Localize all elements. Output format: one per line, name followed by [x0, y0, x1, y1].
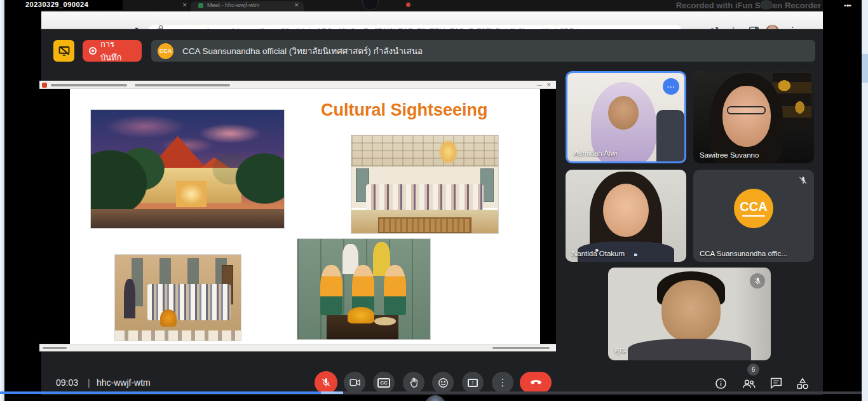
- raise-hand-button[interactable]: [403, 372, 424, 393]
- glasses: [727, 106, 766, 114]
- guide-figure: [124, 279, 135, 318]
- participant-name: คุณ: [614, 344, 626, 356]
- people-icon: [742, 378, 756, 389]
- group-of-people: [366, 184, 484, 210]
- cca-logo-text: CCA: [740, 200, 767, 213]
- recorder-logo-icon: [760, 0, 773, 10]
- photo-traditional-costumes: [297, 238, 431, 340]
- photo-visitors-heritage-room: [114, 254, 241, 341]
- mic-off-icon: [321, 377, 331, 388]
- presenter-banner[interactable]: CCA CCA Suansunandha official (วิทยาลัยน…: [151, 40, 815, 62]
- participants-count-badge: 6: [747, 364, 759, 376]
- chandelier: [435, 135, 462, 168]
- tile-cca-suansunandha[interactable]: CCA CCA Suansunandha offic...: [693, 170, 814, 262]
- chair: [656, 110, 684, 161]
- coffered-ceiling: [351, 135, 498, 167]
- activities-button[interactable]: [794, 375, 811, 391]
- striped-floor: [115, 330, 241, 341]
- participant-name: CCA Suansunandha offic...: [700, 250, 787, 257]
- status-icons-blur: [492, 347, 550, 349]
- recorder-watermark: Recorded with iFun Screen Recorder: [661, 1, 821, 10]
- playback-progress-head[interactable]: [321, 391, 343, 394]
- recording-timestamp: 20230329_090024: [25, 1, 88, 8]
- captions-button[interactable]: CC: [373, 372, 395, 393]
- recording-badge[interactable]: การบันทึก: [83, 40, 142, 62]
- driveway: [91, 209, 284, 228]
- person-face: [608, 96, 639, 130]
- recorder-float-button[interactable]: [362, 0, 379, 10]
- present-screen-button[interactable]: ↑: [462, 372, 484, 393]
- participant-name: Nantida Otakum: [572, 250, 625, 257]
- shared-presentation-window: — ✕ Cultural Sightseeing: [39, 81, 556, 351]
- patterned-carpet: [378, 217, 472, 233]
- presentation-muted-badge[interactable]: [53, 40, 74, 62]
- person-face: [603, 184, 649, 237]
- playback-progress-fill: [0, 391, 321, 394]
- mic-toggle-button[interactable]: [315, 371, 337, 394]
- person-face: [661, 280, 720, 341]
- participant-name: Sawitree Suvanno: [700, 151, 759, 159]
- screen-slash-icon: [58, 46, 70, 56]
- window-minimize-icon[interactable]: —: [537, 82, 542, 88]
- kneeling-performer: [160, 309, 177, 327]
- desktop-edge-accent: [862, 54, 868, 83]
- activities-shapes-icon: [796, 377, 809, 390]
- powerpoint-icon: [42, 83, 47, 88]
- cca-logo: CCA: [734, 189, 773, 228]
- slide: Cultural Sightseeing: [70, 89, 540, 344]
- recording-label: การบันทึก: [100, 37, 135, 64]
- slide-title: Cultural Sightseeing: [321, 100, 512, 120]
- costumed-woman-3: [384, 265, 407, 315]
- chat-button[interactable]: [768, 375, 784, 391]
- chat-icon: [770, 377, 782, 389]
- camera-toggle-button[interactable]: [344, 372, 365, 393]
- mic-muted-icon: [799, 176, 808, 187]
- ppt-title-text-blur2: [135, 84, 230, 86]
- captions-icon: CC: [377, 378, 390, 388]
- recorder-bubble-button[interactable]: [424, 395, 446, 401]
- presenter-avatar: CCA: [158, 43, 173, 59]
- tile-self[interactable]: คุณ: [608, 268, 771, 360]
- tile-asmidah-alwi[interactable]: ⋯ Asmidah Alwi: [566, 71, 686, 163]
- costumed-woman-1: [320, 265, 343, 315]
- recorder-corner-icon[interactable]: ▪⬅: [844, 2, 851, 9]
- hand-icon: [409, 377, 419, 388]
- videocam-icon: [349, 379, 360, 386]
- meeting-code: hhc-wwjf-wtm: [97, 377, 151, 388]
- more-options-button[interactable]: ⋮: [492, 372, 513, 393]
- emoji-smile-icon: [438, 377, 449, 388]
- tab2-close-icon[interactable]: ✕: [294, 2, 299, 8]
- gold-tray: [374, 317, 395, 325]
- end-call-icon: [530, 379, 542, 386]
- reactions-button[interactable]: [432, 372, 454, 393]
- record-icon: [89, 47, 97, 55]
- cca-logo-subtext: [742, 215, 765, 217]
- mic-muted-icon: [750, 273, 765, 289]
- window-close-icon[interactable]: ✕: [546, 82, 551, 88]
- participant-name: Asmidah Alwi: [574, 149, 617, 157]
- desktop-edge-left: [0, 0, 4, 401]
- meeting-details-button[interactable]: [712, 375, 729, 391]
- end-call-button[interactable]: [520, 372, 552, 393]
- present-icon: ↑: [468, 379, 478, 387]
- clock-time: 09:03: [56, 377, 78, 388]
- meet-favicon: [198, 3, 203, 8]
- ppt-title-bar: — ✕: [39, 81, 556, 89]
- recorder-status-dot: [406, 3, 410, 7]
- presenter-banner-text: CCA Suansunandha official (วิทยาลัยนิเทศ…: [182, 44, 423, 58]
- ppt-title-text-blur: [51, 84, 127, 86]
- photo-heritage-building-dusk: [90, 109, 285, 229]
- screen-recording-frame: ✕ Meet - hhc-wwjf-wtm ✕ Recorded with iF…: [0, 0, 868, 401]
- tile-options-icon[interactable]: ⋯: [663, 78, 679, 95]
- photo-group-ornate-hall: [351, 135, 499, 234]
- tile-nantida-otakum[interactable]: Nantida Otakum: [566, 170, 686, 262]
- person-face: [722, 86, 771, 147]
- participants-button[interactable]: [740, 375, 757, 391]
- dark-shirt: [628, 339, 752, 360]
- tab1-close-icon[interactable]: ✕: [182, 2, 187, 8]
- tab-title: Meet - hhc-wwjf-wtm: [207, 2, 290, 8]
- status-text-blur: [43, 347, 67, 349]
- tile-sawitree-suvanno[interactable]: Sawitree Suvanno: [693, 71, 814, 163]
- info-icon: [715, 377, 727, 390]
- desktop-black-region: [823, 0, 862, 401]
